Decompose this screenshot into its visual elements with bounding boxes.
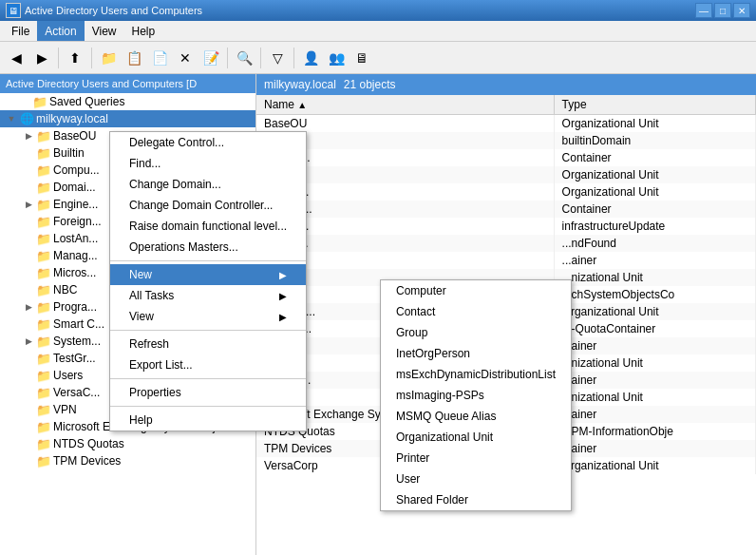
app-icon: 🖥	[6, 3, 21, 18]
delete-button[interactable]: ✕	[173, 46, 198, 70]
folder-button[interactable]: 📁	[96, 46, 121, 70]
new-submenu-item-msimaging-psps[interactable]: msImaging-PSPs	[381, 385, 571, 406]
window-controls: — □ ✕	[695, 3, 750, 18]
new-submenu-item-computer[interactable]: Computer	[381, 280, 571, 301]
menu-item-change-domain-controller---[interactable]: Change Domain Controller...	[110, 195, 306, 216]
paste-button[interactable]: 📄	[147, 46, 172, 70]
tree-label-users: Users	[53, 369, 83, 382]
folder-icon: 📁	[32, 94, 47, 109]
find-button[interactable]: 🔍	[232, 46, 256, 70]
menu-item-label: Operations Masters...	[129, 240, 238, 254]
menu-item-operations-masters---[interactable]: Operations Masters...	[110, 237, 306, 258]
table-row[interactable]: Domai...Organizational Unit	[256, 166, 756, 183]
copy-button[interactable]: 📋	[122, 46, 146, 70]
tree-item-ntdsquotas[interactable]: 📁 NTDS Quotas	[0, 435, 255, 452]
folder-icon: 📁	[36, 368, 51, 383]
menu-item-delegate-control---[interactable]: Delegate Control...	[110, 132, 306, 153]
menu-item-raise-domain-functional-level---[interactable]: Raise domain functional level...	[110, 216, 306, 237]
menu-item-change-domain---[interactable]: Change Domain...	[110, 174, 306, 195]
tree-item-milkyway[interactable]: ▼ 🌐 milkyway.local	[0, 110, 255, 127]
expand-icon: ▶	[21, 299, 36, 315]
new-submenu-item-msmq-queue-alias[interactable]: MSMQ Queue Alias	[381, 406, 571, 427]
tree-label-foreign: Foreign...	[53, 215, 102, 228]
expand-icon	[21, 402, 36, 417]
folder-icon: 📁	[36, 282, 51, 297]
column-type[interactable]: Type	[554, 95, 755, 115]
maximize-button[interactable]: □	[714, 3, 731, 18]
menu-item-label: Change Domain Controller...	[129, 199, 273, 212]
tree-label-system: System...	[53, 335, 101, 348]
back-button[interactable]: ◀	[4, 46, 28, 70]
computer-button[interactable]: 🖥	[350, 46, 374, 70]
folder-icon: 📁	[36, 180, 51, 195]
new-submenu-item-user[interactable]: User	[381, 469, 571, 489]
menu-item-help[interactable]: Help	[110, 410, 306, 431]
menu-item-view[interactable]: View▶	[110, 306, 306, 327]
menu-item-all-tasks[interactable]: All Tasks▶	[110, 285, 306, 306]
new-submenu-item-msexchdynamicdistributionlist[interactable]: msExchDynamicDistributionList	[381, 364, 571, 385]
cell-type: builtinDomain	[554, 132, 755, 149]
new-submenu-item-shared-folder[interactable]: Shared Folder	[381, 489, 571, 510]
menu-item-label: Delegate Control...	[129, 136, 224, 149]
table-row[interactable]: LostAn...infrastructureUpdate	[256, 218, 756, 235]
menu-file[interactable]: File	[4, 21, 37, 41]
table-row[interactable]: Micros......ainer	[256, 252, 756, 269]
table-row[interactable]: Engine...Organizational Unit	[256, 183, 756, 201]
minimize-button[interactable]: —	[695, 3, 712, 18]
new-submenu-item-inetorgperson[interactable]: InetOrgPerson	[381, 343, 571, 364]
table-row[interactable]: BaseOUOrganizational Unit	[256, 115, 756, 132]
new-submenu-item-printer[interactable]: Printer	[381, 448, 571, 469]
expand-icon	[21, 419, 36, 434]
folder-icon: 📁	[36, 453, 51, 469]
properties-button[interactable]: 📝	[198, 46, 223, 70]
user-button[interactable]: 👤	[298, 46, 323, 70]
expand-icon	[21, 231, 36, 246]
table-row[interactable]: Manag......ndFound	[256, 235, 756, 252]
folder-icon: 📁	[36, 145, 51, 161]
tree-item-saved-queries[interactable]: 📁 Saved Queries	[0, 93, 255, 110]
group-button[interactable]: 👥	[324, 46, 349, 70]
expand-icon: ▶	[21, 334, 36, 349]
toolbar-separator-2	[91, 48, 92, 68]
submenu-arrow-icon: ▶	[279, 291, 287, 301]
table-row[interactable]: Foreign...Container	[256, 201, 756, 218]
menu-item-export-list---[interactable]: Export List...	[110, 354, 306, 375]
folder-icon: 📁	[36, 265, 51, 280]
table-row[interactable]: Compu...Container	[256, 149, 756, 166]
new-submenu-item-organizational-unit[interactable]: Organizational Unit	[381, 427, 571, 448]
cell-type: Organizational Unit	[554, 166, 755, 183]
menu-view[interactable]: View	[85, 21, 124, 41]
right-header-count: 21 objects	[344, 78, 396, 91]
expand-icon	[21, 453, 36, 469]
filter-button[interactable]: ▽	[265, 46, 290, 70]
forward-button[interactable]: ▶	[29, 46, 54, 70]
menu-item-find---[interactable]: Find...	[110, 153, 306, 174]
title-text: Active Directory Users and Computers	[25, 5, 695, 16]
menu-help[interactable]: Help	[124, 21, 163, 41]
menu-item-refresh[interactable]: Refresh	[110, 334, 306, 354]
tree-label-vpn: VPN	[53, 403, 77, 416]
menu-action[interactable]: Action	[37, 21, 84, 41]
new-submenu-item-contact[interactable]: Contact	[381, 301, 571, 322]
submenu-arrow-icon: ▶	[279, 312, 287, 322]
table-row[interactable]: BuiltinbuiltinDomain	[256, 132, 756, 149]
menu-separator	[110, 406, 306, 407]
up-button[interactable]: ⬆	[63, 46, 87, 70]
close-button[interactable]: ✕	[733, 3, 750, 18]
menu-item-properties[interactable]: Properties	[110, 382, 306, 403]
title-bar: 🖥 Active Directory Users and Computers —…	[0, 0, 756, 21]
expand-icon	[21, 351, 36, 366]
menu-bar: File Action View Help	[0, 21, 756, 42]
tree-label-milkyway: milkyway.local	[36, 112, 108, 125]
tree-item-tpmdevices[interactable]: 📁 TPM Devices	[0, 452, 255, 469]
menu-separator	[110, 330, 306, 331]
expand-icon	[21, 282, 36, 297]
new-submenu-item-group[interactable]: Group	[381, 322, 571, 343]
cell-name: BaseOU	[256, 115, 554, 132]
tree-label-testgroup: TestGr...	[53, 352, 96, 365]
folder-icon: 📁	[36, 419, 51, 434]
column-name[interactable]: Name ▲	[256, 95, 554, 115]
menu-item-label: New	[129, 268, 152, 281]
menu-item-new[interactable]: New▶	[110, 264, 306, 285]
cell-type: ...nizational Unit	[554, 269, 755, 286]
